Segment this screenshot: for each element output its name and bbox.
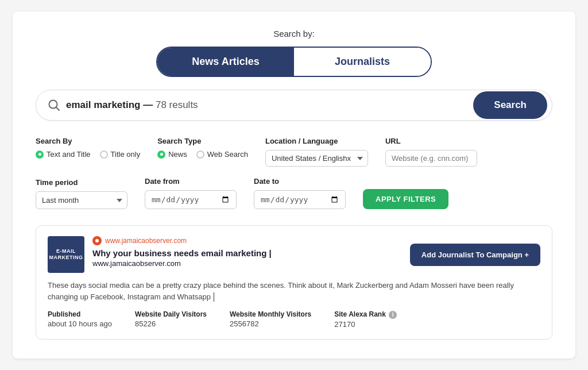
source-favicon-inner [94, 238, 100, 244]
tab-toggle: News Articles Journalists [36, 47, 552, 77]
meta-monthly-visitors: Website Monthly Visitors 2556782 [230, 310, 311, 329]
search-icon [48, 99, 60, 111]
alexa-rank-label-text: Site Alexa Rank [334, 310, 386, 318]
source-favicon-icon [92, 236, 102, 245]
meta-monthly-visitors-label: Website Monthly Visitors [230, 310, 311, 318]
tab-toggle-inner: News Articles Journalists [156, 47, 432, 77]
add-journalist-button[interactable]: Add Journalist To Campaign + [410, 244, 540, 266]
result-meta: Published about 10 hours ago Website Dai… [48, 310, 540, 329]
option-text-and-title-label: Text and Title [47, 150, 91, 159]
option-title-only-label: Title only [111, 150, 141, 159]
radio-title-only [100, 151, 108, 159]
search-type-options: News Web Search [157, 150, 248, 159]
filter-date-to: Date to [254, 177, 346, 209]
result-domain: www.jamaicaobserver.com [92, 259, 402, 268]
date-from-label-text: Date from [145, 177, 237, 186]
radio-text-and-title [36, 151, 44, 159]
location-label-text: Location / Language [265, 137, 368, 145]
filter-url: URL [385, 137, 477, 167]
option-title-only[interactable]: Title only [100, 150, 141, 159]
date-to-label-text: Date to [254, 177, 346, 186]
result-title: Why your business needs email marketing … [92, 248, 402, 258]
url-label-text: URL [385, 137, 477, 145]
option-web-search[interactable]: Web Search [196, 150, 248, 159]
time-period-label-text: Time period [36, 178, 127, 187]
filters-row-1: Search By Text and Title Title only Sear… [36, 137, 552, 167]
radio-news [157, 151, 165, 159]
filters-row-2: Time period Last month Last week Last 3 … [36, 177, 552, 209]
filter-search-type: Search Type News Web Search [157, 137, 248, 159]
result-excerpt-text: These days social media can be a pretty … [48, 281, 514, 301]
meta-daily-visitors: Website Daily Visitors 85226 [135, 310, 207, 329]
time-period-select[interactable]: Last month Last week Last 3 months Last … [36, 191, 127, 209]
result-source-row: www.jamaicaobserver.com [92, 236, 402, 245]
meta-alexa-rank: Site Alexa Rank i 27170 [334, 310, 397, 329]
date-from-input[interactable] [145, 190, 237, 209]
meta-published-value: about 10 hours ago [48, 319, 112, 328]
option-news-label: News [168, 150, 187, 159]
search-by-label: Search by: [36, 29, 552, 38]
svg-line-1 [56, 107, 60, 111]
meta-alexa-rank-label: Site Alexa Rank i [334, 310, 397, 319]
search-query-text: email marketing [66, 99, 140, 110]
search-by-options: Text and Title Title only [36, 150, 140, 159]
apply-filters-group: APPLY FILTERS [363, 189, 448, 209]
source-url: www.jamaicaobserver.com [105, 237, 187, 245]
option-news[interactable]: News [157, 150, 187, 159]
filter-location: Location / Language United States / Engl… [265, 137, 368, 167]
results-section: E-MAILMARKETING www.jamaicaobserver.com … [36, 225, 552, 340]
result-thumbnail: E-MAILMARKETING [48, 236, 84, 273]
search-query-display: email marketing — 78 results [66, 90, 473, 120]
meta-published-label: Published [48, 310, 112, 318]
result-excerpt: These days social media can be a pretty … [48, 280, 540, 302]
meta-published: Published about 10 hours ago [48, 310, 112, 329]
text-cursor [214, 292, 214, 302]
meta-daily-visitors-value: 85226 [135, 319, 207, 328]
filter-date-from: Date from [145, 177, 237, 209]
result-header: E-MAILMARKETING www.jamaicaobserver.com … [48, 236, 540, 273]
meta-monthly-visitors-value: 2556782 [230, 319, 311, 328]
search-results-separator: — [143, 99, 156, 110]
location-select[interactable]: United States / Englishx [265, 150, 368, 167]
url-input[interactable] [385, 150, 477, 167]
search-results-count: 78 results [156, 99, 198, 110]
page-container: Search by: News Articles Journalists ema… [13, 11, 575, 359]
filter-search-by: Search By Text and Title Title only [36, 137, 140, 159]
apply-filters-button[interactable]: APPLY FILTERS [363, 189, 448, 209]
option-web-search-label: Web Search [207, 150, 248, 159]
info-icon[interactable]: i [389, 311, 397, 319]
search-type-label-text: Search Type [157, 137, 248, 145]
date-to-input[interactable] [254, 190, 346, 209]
option-text-and-title[interactable]: Text and Title [36, 150, 91, 159]
search-bar: email marketing — 78 results Search [36, 90, 552, 121]
radio-web-search [196, 151, 204, 159]
search-by-label-text: Search By [36, 137, 140, 145]
filter-time-period: Time period Last month Last week Last 3 … [36, 178, 127, 209]
tab-journalists[interactable]: Journalists [294, 48, 431, 76]
meta-alexa-rank-value: 27170 [334, 320, 397, 329]
tab-news-articles[interactable]: News Articles [157, 48, 294, 76]
meta-daily-visitors-label: Website Daily Visitors [135, 310, 207, 318]
result-info: www.jamaicaobserver.com Why your busines… [92, 236, 402, 268]
search-button[interactable]: Search [473, 91, 547, 119]
result-card: E-MAILMARKETING www.jamaicaobserver.com … [36, 225, 552, 340]
